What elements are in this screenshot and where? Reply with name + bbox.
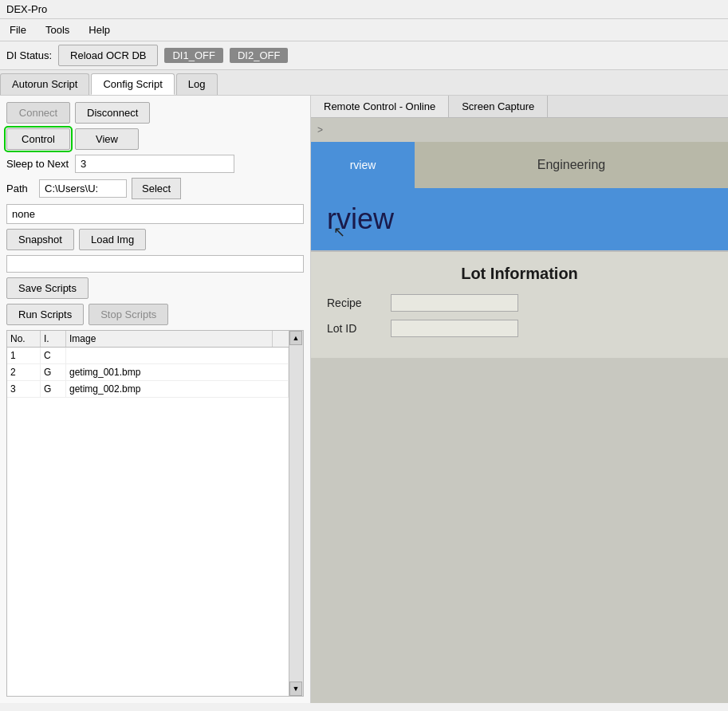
right-tab-bar: Remote Control - Online Screen Capture — [311, 96, 728, 118]
rs-cursor-icon: ↖ — [333, 223, 345, 241]
run-stop-row: Run Scripts Stop Scripts — [6, 304, 304, 325]
rs-chevron-icon: > — [311, 121, 329, 139]
stop-scripts-button[interactable]: Stop Scripts — [89, 304, 168, 325]
lot-info-title: Lot Information — [327, 265, 712, 283]
scroll-up-button[interactable]: ▲ — [289, 331, 302, 345]
progress-bar — [6, 255, 304, 273]
path-input[interactable] — [39, 179, 127, 198]
row1-image — [66, 348, 289, 363]
load-img-button[interactable]: Load Img — [79, 229, 146, 250]
tab-screen-capture[interactable]: Screen Capture — [449, 96, 548, 117]
lot-id-row: Lot ID — [327, 320, 712, 337]
remote-screen: > rview Engineering rview ↖ Lot Informat… — [311, 118, 728, 703]
di-status-label: DI Status: — [6, 49, 52, 61]
rs-top-partial: > — [311, 118, 728, 142]
menu-file[interactable]: File — [6, 22, 30, 37]
di1-badge: DI1_OFF — [164, 48, 222, 63]
control-view-row: Control View — [6, 128, 304, 150]
reload-ocr-db-button[interactable]: Reload OCR DB — [58, 45, 158, 66]
title-bar: DEX-Pro — [0, 0, 728, 19]
control-button[interactable]: Control — [6, 128, 70, 150]
menu-help[interactable]: Help — [85, 22, 113, 37]
menu-bar: File Tools Help — [0, 19, 728, 41]
lot-id-input[interactable] — [391, 320, 518, 337]
table-row[interactable]: 2 G getimg_001.bmp — [7, 364, 289, 381]
none-input[interactable] — [6, 204, 304, 224]
main-area: Connect Disconnect Control View Sleep to… — [0, 96, 728, 703]
script-table-body: 1 C 2 G getimg_001.bmp 3 G getimg_0 — [7, 348, 289, 696]
scroll-down-button[interactable]: ▼ — [289, 682, 302, 696]
connect-disconnect-row: Connect Disconnect — [6, 102, 304, 124]
table-row[interactable]: 3 G getimg_002.bmp — [7, 381, 289, 398]
connect-button[interactable]: Connect — [6, 102, 70, 124]
rs-lot-info: Lot Information Recipe Lot ID — [311, 252, 728, 358]
sleep-label: Sleep to Next — [6, 158, 70, 170]
table-row[interactable]: 1 C — [7, 348, 289, 364]
select-button[interactable]: Select — [132, 178, 181, 199]
left-panel: Connect Disconnect Control View Sleep to… — [0, 96, 311, 703]
lot-id-label: Lot ID — [327, 322, 383, 335]
di2-badge: DI2_OFF — [230, 48, 288, 63]
row3-image: getimg_002.bmp — [66, 381, 289, 397]
sleep-input[interactable] — [75, 155, 234, 173]
sleep-row: Sleep to Next — [6, 155, 304, 173]
script-table: No. I. Image 1 C 2 G getimg_00 — [6, 330, 304, 697]
tab-log[interactable]: Log — [176, 73, 218, 95]
disconnect-button[interactable]: Disconnect — [75, 102, 150, 124]
recipe-label: Recipe — [327, 297, 383, 309]
tab-autorun-script[interactable]: Autorun Script — [0, 73, 89, 95]
tab-remote-control[interactable]: Remote Control - Online — [311, 96, 449, 117]
row1-no: 1 — [7, 348, 41, 363]
path-label: Path — [6, 183, 34, 194]
snapshot-row: Snapshot Load Img — [6, 229, 304, 250]
row2-no: 2 — [7, 364, 41, 380]
tab-config-script[interactable]: Config Script — [91, 73, 174, 95]
save-scripts-button[interactable]: Save Scripts — [6, 277, 89, 299]
row1-i: C — [41, 348, 66, 363]
row2-image: getimg_001.bmp — [66, 364, 289, 380]
row3-i: G — [41, 381, 66, 397]
none-field-container — [6, 204, 304, 224]
snapshot-button[interactable]: Snapshot — [6, 229, 74, 250]
view-button[interactable]: View — [75, 128, 139, 150]
path-row: Path Select — [6, 178, 304, 199]
table-scrollbar[interactable]: ▲ ▼ — [289, 331, 303, 696]
recipe-row: Recipe — [327, 294, 712, 312]
remote-content: > rview Engineering rview ↖ Lot Informat… — [311, 118, 728, 703]
col-header-image: Image — [66, 331, 273, 347]
row3-no: 3 — [7, 381, 41, 397]
right-panel: Remote Control - Online Screen Capture >… — [311, 96, 728, 703]
row2-i: G — [41, 364, 66, 380]
col-header-i: I. — [41, 331, 66, 347]
run-scripts-button[interactable]: Run Scripts — [6, 304, 84, 325]
recipe-input[interactable] — [391, 294, 518, 312]
script-table-header: No. I. Image — [7, 331, 289, 348]
col-header-no: No. — [7, 331, 41, 347]
rs-nav-row: rview Engineering — [311, 142, 728, 188]
rs-nav-btn-engineering[interactable]: Engineering — [415, 142, 728, 188]
main-tab-bar: Autorun Script Config Script Log — [0, 70, 728, 96]
rs-nav-btn-overview[interactable]: rview — [311, 142, 415, 188]
rs-big-label: rview ↖ — [311, 188, 728, 252]
app-title: DEX-Pro — [6, 3, 47, 15]
menu-tools[interactable]: Tools — [42, 22, 73, 37]
toolbar: DI Status: Reload OCR DB DI1_OFF DI2_OFF — [0, 41, 728, 70]
